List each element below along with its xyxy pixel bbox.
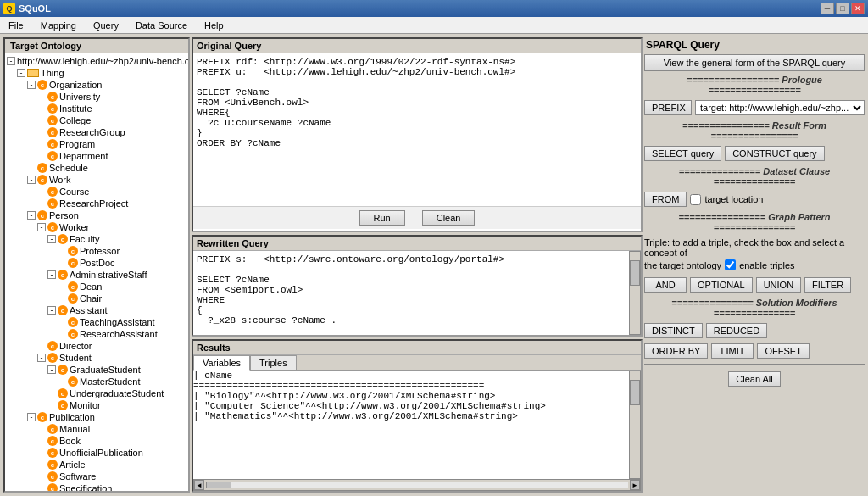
tree-item-masterstudent[interactable]: cMasterStudent [7,376,186,387]
tree-item-adminstaff[interactable]: -cAdministrativeStaff [7,269,186,281]
tree-item-researchgroup[interactable]: cResearchGroup [7,126,186,138]
tab-triples[interactable]: Triples [250,355,297,370]
tree-toggle-publication[interactable]: - [27,413,36,421]
prefix-button[interactable]: PREFIX [644,100,692,115]
tree-item-thing[interactable]: -Thing [7,67,186,79]
close-button[interactable]: ✕ [851,3,865,14]
tree-item-specification[interactable]: cSpecification [7,482,186,491]
tree-item-chair[interactable]: cChair [7,293,186,304]
solution-row2: ORDER BY LIMIT OFFSET [644,343,865,359]
maximize-button[interactable]: □ [836,3,849,14]
menu-mapping[interactable]: Mapping [36,19,81,32]
rewritten-scrollbar-v[interactable] [629,251,641,335]
tree-toggle-org[interactable]: - [27,81,36,89]
tree-item-software[interactable]: cSoftware [7,471,186,482]
tree-item-unofficialpub[interactable]: cUnofficialPublication [7,447,186,459]
tree-item-publication[interactable]: -cPublication [7,411,186,423]
tree-item-person[interactable]: -cPerson [7,209,186,221]
tab-variables[interactable]: Variables [193,355,250,371]
results-text[interactable]: | cName ================================… [193,371,629,479]
tree-toggle-work[interactable]: - [27,176,36,184]
tree-label-assistant: Assistant [70,305,108,315]
tree-toggle-thing[interactable]: - [17,69,25,77]
run-button[interactable]: Run [359,210,405,226]
tree-toggle-root[interactable]: - [7,57,15,65]
clean-all-row: Clean All [644,371,865,387]
tree-item-gradstudent[interactable]: -cGraduateStudent [7,364,186,376]
rewritten-query-textarea[interactable] [193,251,629,335]
scroll-right-arrow[interactable]: ► [630,480,640,490]
tree-item-schedule[interactable]: cSchedule [7,162,186,174]
tree-item-teachingassist[interactable]: cTeachingAssistant [7,316,186,328]
tree-item-program[interactable]: cProgram [7,138,186,150]
results-hscrollbar[interactable]: ◄ ► [193,479,641,491]
minimize-button[interactable]: ─ [821,3,834,14]
solution-modifiers-label: =============== Solution Modifiers =====… [644,296,865,320]
tree-label-adminstaff: AdministrativeStaff [70,270,147,280]
tree-item-researchproject[interactable]: cResearchProject [7,198,186,209]
right-panel: SPARQL Query View the general form of th… [644,37,865,493]
offset-button[interactable]: OFFSET [757,343,809,359]
menu-query[interactable]: Query [88,19,124,32]
tree-item-monitor[interactable]: cMonitor [7,399,186,411]
construct-query-button[interactable]: CONSTRUCT query [725,146,824,161]
main-content: Target Ontology -http://www.lehigh.edu/~… [0,34,868,496]
tree-item-dean[interactable]: cDean [7,281,186,293]
orderby-button[interactable]: ORDER BY [644,343,708,359]
limit-button[interactable]: LIMIT [711,343,754,359]
tree-item-article[interactable]: cArticle [7,459,186,471]
tree-item-manual[interactable]: cManual [7,423,186,435]
tree-label-dean: Dean [80,281,102,292]
tree-item-assistant[interactable]: -cAssistant [7,304,186,316]
tree-item-worker[interactable]: -cWorker [7,221,186,233]
filter-button[interactable]: FILTER [804,277,851,293]
tree-toggle-assistant[interactable]: - [47,306,56,315]
select-query-button[interactable]: SELECT query [644,146,721,161]
tree-item-college[interactable]: cCollege [7,114,186,126]
tree-icon-c-person: c [37,210,47,220]
view-sparql-button[interactable]: View the general form of the SPARQL quer… [644,54,865,71]
clean-all-button[interactable]: Clean All [728,371,780,387]
target-select[interactable]: target: http://www.lehigh.edu/~zhp... [695,100,865,115]
tree-toggle-student[interactable]: - [37,354,46,362]
tree-item-org[interactable]: -cOrganization [7,79,186,91]
prologue-label: ================= Prologue =============… [644,73,865,97]
tree-toggle-adminstaff[interactable]: - [47,270,56,279]
tree-toggle-worker[interactable]: - [37,223,46,231]
union-button[interactable]: UNION [756,277,801,293]
tree-item-student[interactable]: -cStudent [7,352,186,364]
tree-item-root[interactable]: -http://www.lehigh.edu/~zhp2/univ-bench.… [7,55,186,67]
tree-item-university[interactable]: cUniversity [7,91,186,103]
tree-item-professor[interactable]: cProfessor [7,245,186,257]
enable-triples-checkbox[interactable] [725,259,736,270]
tree-item-researchassist[interactable]: cResearchAssistant [7,328,186,340]
tree-item-institute[interactable]: cInstitute [7,103,186,114]
tree-item-postdoc[interactable]: cPostDoc [7,257,186,269]
menu-datasource[interactable]: Data Source [131,19,192,32]
menu-help[interactable]: Help [199,19,229,32]
tree-container[interactable]: -http://www.lehigh.edu/~zhp2/univ-bench.… [5,53,188,491]
tree-item-course[interactable]: cCourse [7,186,186,198]
tree-item-director[interactable]: cDirector [7,340,186,352]
tree-item-department[interactable]: cDepartment [7,150,186,162]
tree-item-work[interactable]: -cWork [7,174,186,186]
from-button[interactable]: FROM [644,192,687,207]
tree-toggle-gradstudent[interactable]: - [47,365,56,374]
clean-button[interactable]: Clean [422,210,476,226]
enable-triples-row: the target ontology enable triples [644,259,865,270]
tree-item-faculty[interactable]: -cFaculty [7,233,186,245]
tree-item-undergradstudent[interactable]: cUndergraduateStudent [7,387,186,399]
distinct-button[interactable]: DISTINCT [644,323,703,338]
and-button[interactable]: AND [644,277,687,293]
reduced-button[interactable]: REDUCED [706,323,767,338]
target-location-checkbox[interactable] [690,194,701,205]
menu-file[interactable]: File [3,19,29,32]
optional-button[interactable]: OPTIONAL [690,277,753,293]
tree-label-gradstudent: GraduateStudent [70,365,141,375]
tree-toggle-faculty[interactable]: - [47,235,56,243]
tree-item-book[interactable]: cBook [7,435,186,447]
scroll-left-arrow[interactable]: ◄ [194,480,204,490]
results-scrollbar-v[interactable] [629,371,641,479]
original-query-textarea[interactable] [193,53,641,206]
tree-toggle-person[interactable]: - [27,211,36,220]
